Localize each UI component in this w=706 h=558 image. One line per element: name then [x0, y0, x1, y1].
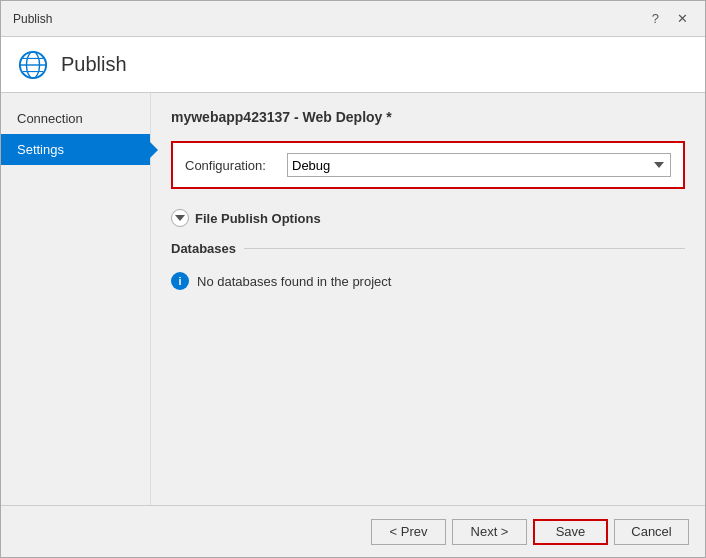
title-bar-left: Publish — [13, 12, 52, 26]
next-button[interactable]: Next > — [452, 519, 527, 545]
main-content: mywebapp423137 - Web Deploy * Configurat… — [151, 93, 705, 505]
help-button[interactable]: ? — [647, 10, 664, 27]
databases-divider — [244, 248, 685, 249]
no-databases-text: No databases found in the project — [197, 274, 391, 289]
databases-title: Databases — [171, 241, 236, 256]
databases-section: Databases i No databases found in the pr… — [171, 241, 685, 296]
sidebar-item-settings[interactable]: Settings — [1, 134, 150, 165]
databases-header: Databases — [171, 241, 685, 256]
info-icon: i — [171, 272, 189, 290]
publish-dialog: Publish ? ✕ Publish Connection Se — [0, 0, 706, 558]
close-button[interactable]: ✕ — [672, 10, 693, 27]
header-bar: Publish — [1, 37, 705, 93]
globe-icon — [17, 49, 49, 81]
file-publish-row: File Publish Options — [171, 201, 685, 227]
sidebar: Connection Settings — [1, 93, 151, 505]
title-bar-right: ? ✕ — [647, 10, 693, 27]
sidebar-item-connection[interactable]: Connection — [1, 103, 150, 134]
no-db-row: i No databases found in the project — [171, 266, 685, 296]
title-bar: Publish ? ✕ — [1, 1, 705, 37]
settings-section: Configuration: Debug Release — [171, 141, 685, 189]
chevron-down-icon[interactable] — [171, 209, 189, 227]
dialog-title: Publish — [13, 12, 52, 26]
profile-title: mywebapp423137 - Web Deploy * — [171, 109, 685, 125]
config-row: Configuration: Debug Release — [185, 153, 671, 177]
footer: < Prev Next > Save Cancel — [1, 505, 705, 557]
config-label: Configuration: — [185, 158, 275, 173]
header-title: Publish — [61, 53, 127, 76]
content-area: Connection Settings mywebapp423137 - Web… — [1, 93, 705, 505]
config-select[interactable]: Debug Release — [287, 153, 671, 177]
prev-button[interactable]: < Prev — [371, 519, 446, 545]
cancel-button[interactable]: Cancel — [614, 519, 689, 545]
save-button[interactable]: Save — [533, 519, 608, 545]
file-publish-label: File Publish Options — [195, 211, 321, 226]
